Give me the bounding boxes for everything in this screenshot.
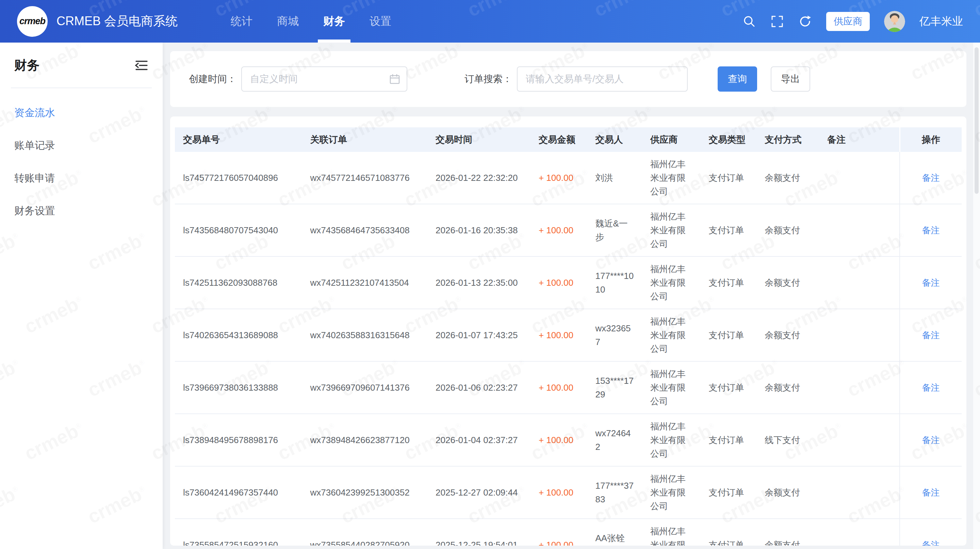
page: crmeb CRMEB 会员电商系统 统计 商城 财务 设置 xyxy=(0,0,980,549)
remark-link[interactable]: 备注 xyxy=(922,330,940,340)
cell-trade-no: ls740263654313689088 xyxy=(175,309,302,361)
transactions-table-card: 交易单号 关联订单 交易时间 交易金额 交易人 供应商 交易类型 支付方式 备注… xyxy=(170,117,966,546)
cell-remark xyxy=(819,204,900,257)
cell-order-no: wx738948426623877120 xyxy=(302,414,428,466)
remark-link[interactable]: 备注 xyxy=(922,173,940,183)
top-nav-item[interactable]: 统计 xyxy=(218,0,265,43)
top-nav-item[interactable]: 设置 xyxy=(357,0,404,43)
fullscreen-icon[interactable] xyxy=(770,14,784,28)
sidebar-item[interactable]: 账单记录 xyxy=(0,129,163,162)
cell-trader: 魏近&一步 xyxy=(587,204,643,257)
cell-supplier: 福州亿丰米业有限公司 xyxy=(642,152,701,204)
transactions-table: 交易单号 关联订单 交易时间 交易金额 交易人 供应商 交易类型 支付方式 备注… xyxy=(175,128,962,546)
cell-trader: AA张铨💯 xyxy=(587,519,643,546)
remark-link[interactable]: 备注 xyxy=(922,540,940,546)
col-pay: 支付方式 xyxy=(756,128,819,152)
col-trader: 交易人 xyxy=(587,128,643,152)
table-row: ls742511362093088768 wx74251123210741350… xyxy=(175,257,962,309)
top-nav-item[interactable]: 商城 xyxy=(265,0,311,43)
cell-pay-method: 余额支付 xyxy=(756,519,819,546)
cell-type: 支付订单 xyxy=(701,204,757,257)
cell-trader: 刘洪 xyxy=(587,152,643,204)
sidebar: 财务 资金流水 xyxy=(0,43,163,549)
export-button[interactable]: 导出 xyxy=(771,66,810,92)
table-body: ls745772176057040896 wx74577214657108377… xyxy=(175,152,962,546)
cell-order-no: wx745772146571083776 xyxy=(302,152,428,204)
date-range-input[interactable] xyxy=(241,66,407,92)
cell-pay-method: 余额支付 xyxy=(756,361,819,414)
sidebar-item[interactable]: 资金流水 xyxy=(0,96,163,129)
remark-link[interactable]: 备注 xyxy=(922,225,940,235)
cell-remark xyxy=(819,152,900,204)
cell-pay-method: 余额支付 xyxy=(756,152,819,204)
cell-trader: wx323657 xyxy=(587,309,643,361)
scrollbar-thumb[interactable] xyxy=(975,47,978,194)
col-action: 操作 xyxy=(900,128,962,152)
vertical-scrollbar[interactable] xyxy=(973,43,980,549)
sidebar-item[interactable]: 财务设置 xyxy=(0,195,163,227)
cell-trade-no: ls736042414967357440 xyxy=(175,466,302,519)
cell-remark xyxy=(819,414,900,466)
cell-order-no: wx742511232107413504 xyxy=(302,257,428,309)
cell-type: 支付订单 xyxy=(701,152,757,204)
cell-time: 2026-01-04 02:37:27 xyxy=(427,414,530,466)
cell-pay-method: 余额支付 xyxy=(756,309,819,361)
cell-supplier: 福州亿丰米业有限公司 xyxy=(642,309,701,361)
avatar[interactable] xyxy=(884,11,905,32)
username[interactable]: 亿丰米业 xyxy=(920,14,963,29)
cell-pay-method: 余额支付 xyxy=(756,257,819,309)
cell-remark xyxy=(819,361,900,414)
remark-link[interactable]: 备注 xyxy=(922,435,940,445)
table-row: ls745772176057040896 wx74577214657108377… xyxy=(175,152,962,204)
remark-link[interactable]: 备注 xyxy=(922,278,940,288)
cell-type: 支付订单 xyxy=(701,257,757,309)
remark-link[interactable]: 备注 xyxy=(922,383,940,393)
sidebar-divider xyxy=(11,88,152,88)
cell-trade-no: ls739669738036133888 xyxy=(175,361,302,414)
top-nav-menu: 统计 商城 财务 设置 xyxy=(218,0,404,43)
table-row: ls739669738036133888 wx73966970960714137… xyxy=(175,361,962,414)
cell-type: 支付订单 xyxy=(701,309,757,361)
filter-bar: 创建时间： 订单搜索： xyxy=(170,51,966,107)
cell-trade-no: ls738948495678898176 xyxy=(175,414,302,466)
order-search-label: 订单搜索： xyxy=(465,73,512,86)
cell-trade-no: ls742511362093088768 xyxy=(175,257,302,309)
top-nav-item[interactable]: 财务 xyxy=(311,0,357,43)
table-row: ls743568480707543040 wx74356846473563340… xyxy=(175,204,962,257)
collapse-sidebar-icon[interactable] xyxy=(135,60,148,71)
sidebar-item[interactable]: 转账申请 xyxy=(0,162,163,195)
cell-amount: + 100.00 xyxy=(530,519,587,546)
cell-order-no: wx739669709607141376 xyxy=(302,361,428,414)
refresh-icon[interactable] xyxy=(798,14,812,28)
order-search-input[interactable] xyxy=(517,66,688,92)
cell-order-no: wx743568464735633408 xyxy=(302,204,428,257)
search-icon[interactable] xyxy=(743,14,756,28)
cell-order-no: wx735585440282705920 xyxy=(302,519,428,546)
cell-time: 2025-12-25 19:54:01 xyxy=(427,519,530,546)
col-type: 交易类型 xyxy=(701,128,757,152)
cell-time: 2026-01-13 22:35:00 xyxy=(427,257,530,309)
cell-pay-method: 余额支付 xyxy=(756,204,819,257)
query-button[interactable]: 查询 xyxy=(718,66,757,92)
cell-type: 支付订单 xyxy=(701,466,757,519)
sidebar-menu: 资金流水 账单记录 转账申请 财务设置 xyxy=(0,96,163,227)
remark-link[interactable]: 备注 xyxy=(922,487,940,498)
cell-amount: + 100.00 xyxy=(530,466,587,519)
cell-time: 2026-01-07 17:43:25 xyxy=(427,309,530,361)
sidebar-title: 财务 xyxy=(14,57,40,74)
app-title: CRMEB 会员电商系统 xyxy=(56,13,178,30)
cell-time: 2026-01-22 22:32:20 xyxy=(427,152,530,204)
cell-pay-method: 线下支付 xyxy=(756,414,819,466)
cell-type: 支付订单 xyxy=(701,361,757,414)
table-row: ls738948495678898176 wx73894842662387712… xyxy=(175,414,962,466)
col-remark: 备注 xyxy=(819,128,900,152)
table-row: ls736042414967357440 wx73604239925130035… xyxy=(175,466,962,519)
role-badge[interactable]: 供应商 xyxy=(826,12,870,31)
date-filter-label: 创建时间： xyxy=(189,73,237,86)
cell-time: 2026-01-16 20:35:38 xyxy=(427,204,530,257)
cell-trade-no: ls735585472515932160 xyxy=(175,519,302,546)
cell-pay-method: 余额支付 xyxy=(756,466,819,519)
cell-order-no: wx740263588316315648 xyxy=(302,309,428,361)
cell-remark xyxy=(819,309,900,361)
top-navbar: crmeb CRMEB 会员电商系统 统计 商城 财务 设置 xyxy=(0,0,980,43)
